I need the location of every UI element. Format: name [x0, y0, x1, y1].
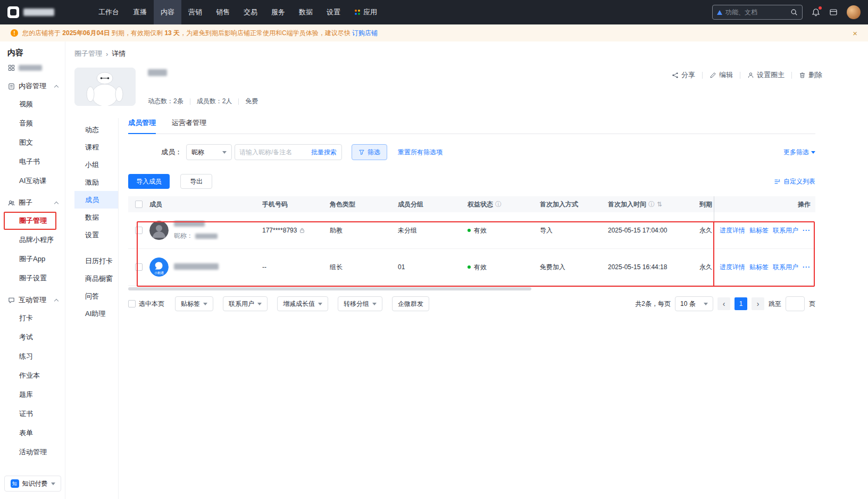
nav-workbench[interactable]: 工作台	[91, 0, 126, 24]
tag-batch-button[interactable]: 贴标签	[175, 296, 213, 311]
nav-data[interactable]: 数据	[292, 0, 320, 24]
app-logo[interactable]	[7, 6, 91, 18]
horizontal-scrollbar[interactable]	[128, 287, 531, 290]
sidebar-item-circle-manage[interactable]: 圈子管理	[0, 211, 65, 230]
sidebar-item-ebook[interactable]: 电子书	[0, 152, 65, 171]
sidebar-item-activity-manage[interactable]: 活动管理	[0, 443, 65, 462]
user-avatar[interactable]	[847, 5, 861, 19]
contact-user-link[interactable]: 联系用户	[773, 226, 798, 235]
tab-member-manage[interactable]: 成员管理	[128, 118, 156, 134]
more-actions-icon[interactable]: ···	[803, 263, 811, 271]
table-row[interactable]: 昵称： 177****8793 助教 未分组 有效 导入	[128, 212, 815, 249]
sidebar-item-question-bank[interactable]: 题库	[0, 385, 65, 404]
subnav-qa[interactable]: 问答	[74, 287, 118, 305]
nav-content[interactable]: 内容	[154, 0, 181, 24]
sidebar-item-article[interactable]: 图文	[0, 133, 65, 152]
subnav-group[interactable]: 小组	[74, 156, 118, 173]
growth-value-button[interactable]: 增减成长值	[277, 296, 328, 311]
tab-operator-manage[interactable]: 运营者管理	[172, 118, 206, 134]
reset-filters-link[interactable]: 重置所有筛选项	[398, 148, 443, 157]
prev-page-button[interactable]: ‹	[717, 297, 730, 310]
sidebar-item-video[interactable]: 视频	[0, 95, 65, 114]
divider	[740, 72, 740, 79]
workspace-window-icon[interactable]	[829, 8, 838, 16]
subnav-ai-assistant[interactable]: AI助理	[74, 305, 118, 322]
banner-close-icon[interactable]: ×	[853, 29, 857, 38]
tag-link[interactable]: 贴标签	[749, 263, 769, 272]
sidebar-item-circle-app[interactable]: 圈子App	[0, 250, 65, 269]
global-search-input[interactable]	[725, 9, 787, 16]
sidebar-item-ai-course[interactable]: AI互动课	[0, 171, 65, 190]
sidebar-item-truncated[interactable]	[0, 61, 65, 74]
nav-marketing[interactable]: 营销	[181, 0, 209, 24]
sidebar-item-audio[interactable]: 音频	[0, 114, 65, 133]
select-page-checkbox[interactable]	[128, 300, 136, 307]
nickname-search-input[interactable]	[235, 148, 311, 156]
nav-settings[interactable]: 设置	[320, 0, 347, 24]
lock-icon[interactable]	[299, 227, 305, 234]
notifications-bell-icon[interactable]	[812, 8, 820, 16]
next-page-button[interactable]: ›	[752, 297, 764, 310]
current-page-button[interactable]: 1	[735, 297, 747, 310]
edit-button[interactable]: 编辑	[710, 70, 733, 80]
sidebar-item-certificate[interactable]: 证书	[0, 404, 65, 423]
export-button[interactable]: 导出	[180, 174, 212, 189]
subnav-course[interactable]: 课程	[74, 138, 118, 156]
import-members-button[interactable]: 导入成员	[128, 174, 170, 189]
row-checkbox[interactable]	[135, 263, 143, 271]
subnav-data[interactable]: 数据	[74, 209, 118, 226]
jump-page-input[interactable]	[786, 296, 805, 311]
info-icon[interactable]: ⓘ	[648, 200, 655, 209]
global-search[interactable]	[712, 5, 803, 20]
tag-link[interactable]: 贴标签	[749, 226, 769, 235]
sidebar-item-exam[interactable]: 考试	[0, 328, 65, 347]
sidebar-item-practice[interactable]: 练习	[0, 347, 65, 366]
subnav-feed[interactable]: 动态	[74, 121, 118, 138]
set-owner-button[interactable]: 设置圈主	[747, 70, 784, 80]
member-table: 成员 手机号码 角色类型 成员分组 权益状态ⓘ 首次加入方式 首次加入时间ⓘ⇅ …	[128, 196, 815, 290]
subnav-product-showcase[interactable]: 商品橱窗	[74, 270, 118, 287]
nav-live[interactable]: 直播	[126, 0, 154, 24]
transfer-group-button[interactable]: 转移分组	[338, 296, 382, 311]
subnav-settings[interactable]: 设置	[74, 226, 118, 244]
page-size-select[interactable]: 10 条	[675, 296, 713, 311]
product-switcher[interactable]: 知 知识付费	[4, 476, 61, 492]
search-icon[interactable]	[790, 9, 798, 16]
sidebar-group-content-manage[interactable]: 内容管理	[0, 78, 65, 95]
sidebar-item-form[interactable]: 表单	[0, 423, 65, 443]
delete-button[interactable]: 删除	[799, 70, 822, 80]
more-actions-icon[interactable]: ···	[803, 227, 811, 234]
more-filters-link[interactable]: 更多筛选	[783, 148, 815, 157]
select-page-checkbox-group[interactable]: 选中本页	[128, 300, 164, 309]
nav-trade[interactable]: 交易	[237, 0, 264, 24]
sidebar-item-brand-miniapp[interactable]: 品牌小程序	[0, 230, 65, 250]
sidebar-item-homework[interactable]: 作业本	[0, 366, 65, 385]
sidebar-item-checkin[interactable]: 打卡	[0, 309, 65, 328]
contact-user-batch-button[interactable]: 联系用户	[223, 296, 268, 311]
progress-detail-link[interactable]: 进度详情	[720, 263, 745, 272]
nav-apps[interactable]: 应用	[347, 0, 384, 24]
nav-service[interactable]: 服务	[264, 0, 292, 24]
share-button[interactable]: 分享	[672, 70, 695, 80]
select-all-checkbox[interactable]	[135, 201, 143, 208]
contact-user-link[interactable]: 联系用户	[773, 263, 798, 272]
subnav-incentive[interactable]: 激励	[74, 173, 118, 191]
wecom-broadcast-button[interactable]: 企微群发	[392, 296, 429, 311]
breadcrumb-parent[interactable]: 圈子管理	[74, 49, 102, 59]
filter-button[interactable]: 筛选	[352, 144, 387, 160]
filter-field-select[interactable]: 昵称	[186, 144, 232, 160]
row-checkbox[interactable]	[135, 227, 143, 234]
renew-shop-link[interactable]: 订购店铺	[352, 29, 378, 37]
subnav-calendar-checkin[interactable]: 日历打卡	[74, 252, 118, 270]
nav-sales[interactable]: 销售	[209, 0, 237, 24]
sidebar-group-interact[interactable]: 互动管理	[0, 292, 65, 309]
progress-detail-link[interactable]: 进度详情	[720, 226, 745, 235]
sidebar-group-circle[interactable]: 圈子	[0, 194, 65, 211]
table-row[interactable]: 小鹅通 -- 组长 01 有效 免费加入 2025-05-15 16:44:18	[128, 249, 815, 286]
batch-search-link[interactable]: 批量搜索	[311, 148, 341, 157]
customize-columns-link[interactable]: 自定义列表	[774, 177, 815, 186]
info-icon[interactable]: ⓘ	[495, 200, 502, 209]
sort-icon[interactable]: ⇅	[657, 201, 662, 208]
sidebar-item-circle-settings[interactable]: 圈子设置	[0, 269, 65, 288]
subnav-member[interactable]: 成员	[74, 191, 118, 209]
